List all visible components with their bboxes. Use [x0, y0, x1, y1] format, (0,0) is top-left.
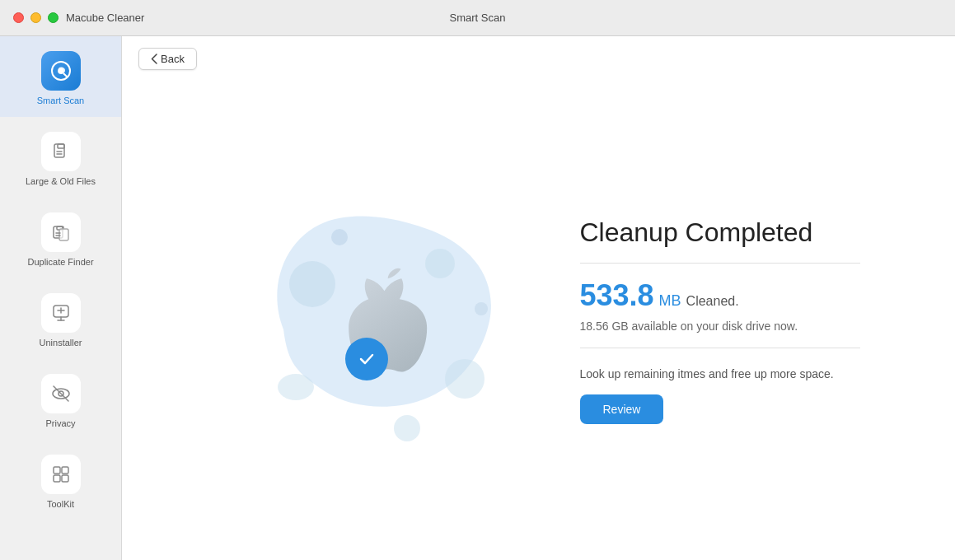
back-label: Back	[161, 53, 185, 65]
sidebar-item-privacy[interactable]: Privacy	[0, 359, 121, 440]
sidebar-label-privacy: Privacy	[45, 418, 75, 428]
page-title: Smart Scan	[450, 12, 506, 24]
size-unit: MB	[659, 292, 681, 310]
sidebar-item-uninstaller[interactable]: Uninstaller	[0, 278, 121, 359]
main-layout: Smart Scan Large & Old Files	[0, 36, 955, 560]
illustration	[218, 165, 531, 478]
svg-point-28	[278, 374, 314, 400]
divider-1	[580, 263, 860, 264]
svg-point-1	[59, 68, 63, 73]
titlebar: Macube Cleaner Smart Scan	[0, 0, 955, 36]
back-button[interactable]: Back	[138, 48, 197, 70]
svg-point-27	[394, 415, 420, 441]
close-button[interactable]	[13, 12, 24, 23]
uninstaller-icon	[50, 302, 72, 324]
large-old-files-icon-wrapper	[41, 132, 81, 171]
sidebar-item-large-old-files[interactable]: Large & Old Files	[0, 117, 121, 198]
svg-point-26	[445, 359, 485, 399]
svg-rect-22	[54, 475, 60, 482]
svg-rect-3	[54, 144, 64, 157]
duplicate-finder-icon	[50, 222, 72, 243]
svg-rect-20	[54, 467, 60, 474]
sidebar-item-duplicate-finder[interactable]: Duplicate Finder	[0, 198, 121, 278]
privacy-icon	[50, 383, 72, 404]
app-name: Macube Cleaner	[66, 12, 144, 24]
sidebar-item-smart-scan[interactable]: Smart Scan	[0, 36, 121, 117]
privacy-icon-wrapper	[41, 374, 81, 413]
svg-line-2	[63, 74, 67, 77]
duplicate-finder-icon-wrapper	[41, 212, 81, 252]
svg-rect-21	[62, 467, 68, 474]
disk-info: 18.56 GB available on your disk drive no…	[580, 320, 860, 333]
cleanup-title: Cleanup Completed	[580, 217, 860, 248]
large-old-files-icon	[50, 141, 72, 162]
content-area: Back	[122, 36, 955, 560]
toolkit-icon	[50, 464, 72, 485]
sidebar-label-large-old-files: Large & Old Files	[26, 176, 96, 186]
checkmark-icon	[356, 348, 377, 370]
toolkit-icon-wrapper	[41, 455, 81, 494]
checkmark-circle	[345, 338, 388, 380]
svg-point-29	[331, 229, 348, 245]
sidebar-item-toolkit[interactable]: ToolKit	[0, 440, 121, 520]
review-button[interactable]: Review	[580, 394, 664, 424]
divider-2	[580, 348, 860, 348]
sidebar-label-smart-scan: Smart Scan	[37, 96, 84, 105]
maximize-button[interactable]	[48, 12, 59, 23]
sidebar-label-uninstaller: Uninstaller	[40, 338, 82, 348]
svg-rect-4	[58, 144, 64, 148]
info-panel: Cleanup Completed 533.8 MB Cleaned. 18.5…	[580, 217, 860, 424]
svg-rect-23	[62, 475, 68, 482]
traffic-lights	[13, 12, 59, 23]
remaining-text: Look up remaining itmes and free up more…	[580, 366, 860, 383]
sidebar: Smart Scan Large & Old Files	[0, 36, 122, 560]
svg-point-30	[475, 302, 488, 315]
back-bar: Back	[122, 36, 955, 82]
uninstaller-icon-wrapper	[41, 293, 81, 333]
minimize-button[interactable]	[30, 12, 41, 23]
size-number: 533.8	[580, 278, 654, 313]
main-content: Cleanup Completed 533.8 MB Cleaned. 18.5…	[122, 82, 955, 560]
smart-scan-icon-wrapper	[41, 51, 81, 91]
cleaned-label: Cleaned.	[686, 294, 739, 309]
sidebar-label-duplicate-finder: Duplicate Finder	[27, 257, 93, 267]
chevron-left-icon	[151, 54, 157, 64]
sidebar-label-toolkit: ToolKit	[47, 499, 74, 509]
smart-scan-icon	[50, 60, 72, 82]
size-line: 533.8 MB Cleaned.	[580, 278, 860, 313]
size-number-value: 533.8	[580, 278, 654, 312]
svg-rect-9	[59, 229, 68, 240]
